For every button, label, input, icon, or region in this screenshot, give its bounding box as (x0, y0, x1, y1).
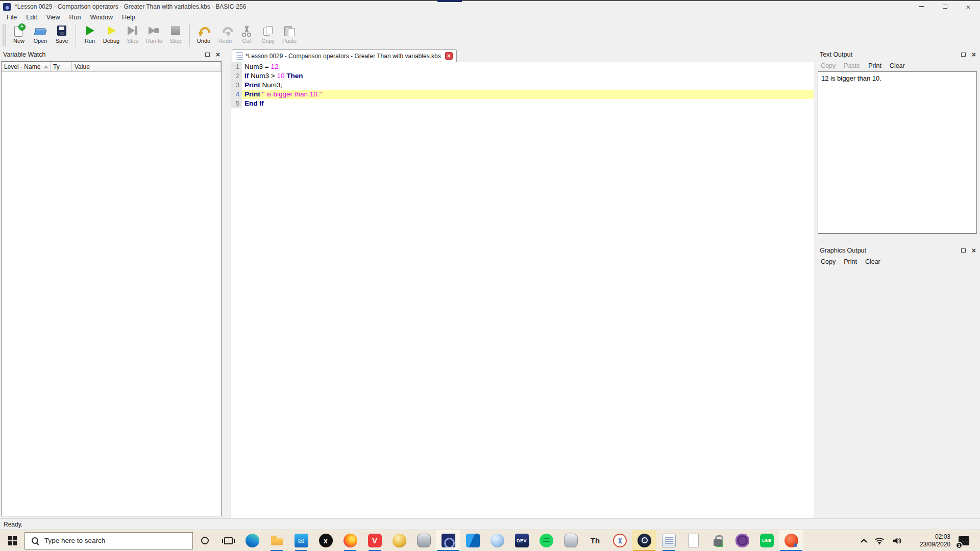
float-panel-icon[interactable] (961, 248, 966, 253)
graphics-output-print-button[interactable]: Print (844, 258, 857, 265)
float-panel-icon[interactable] (205, 53, 210, 57)
code-line-4: 4Print " is bigger than 10." (231, 90, 814, 99)
window-title: *Lesson 0029 - Comparison operators - Gr… (15, 3, 246, 10)
taskbar-app-basic256[interactable] (436, 530, 460, 551)
menu-view[interactable]: View (42, 13, 65, 22)
spotify-icon (540, 534, 553, 547)
taskbar-app-screen-recorder[interactable] (779, 530, 803, 551)
taskbar-app-spotify[interactable] (534, 530, 558, 551)
redo-button[interactable]: Redo (215, 24, 235, 44)
close-panel-icon[interactable]: × (216, 52, 220, 58)
text-output-paste-button[interactable]: Paste (844, 62, 860, 69)
taskbar-app-database-2[interactable] (558, 530, 583, 551)
menu-help[interactable]: Help (117, 13, 140, 22)
taskbar-app-firefox[interactable] (338, 530, 362, 551)
wifi-button[interactable] (871, 530, 888, 551)
right-dock-area: Text Output × CopyPastePrintClear 12 is … (817, 49, 979, 518)
watch-column-value[interactable]: Value (72, 62, 221, 71)
column-label: Ty (53, 63, 60, 70)
volume-button[interactable] (888, 530, 905, 551)
paste-button[interactable]: Paste (279, 24, 300, 44)
menu-file[interactable]: File (2, 13, 21, 22)
left-splitter[interactable] (223, 49, 231, 518)
new-button[interactable]: New (9, 24, 29, 44)
close-panel-icon[interactable]: × (972, 52, 976, 58)
taskbar-app-edge[interactable] (240, 530, 264, 551)
runto-button[interactable]: Run to (144, 24, 164, 44)
taskbar-app-vpn-lock[interactable] (705, 530, 730, 551)
action-center-button[interactable]: 1 (951, 530, 976, 551)
graphics-output-toolbar: CopyPrintClear (817, 256, 979, 266)
taskbar-app-mail[interactable]: ✉ (289, 530, 313, 551)
taskbar-app-database-server[interactable] (411, 530, 436, 551)
golden-mascot-icon (393, 534, 406, 547)
taskbar-app-file-explorer[interactable] (264, 530, 289, 551)
line-number: 1 (231, 62, 242, 71)
graphics-output-copy-button[interactable]: Copy (821, 258, 836, 265)
notification-badge: 1 (955, 542, 963, 549)
tray-overflow-button[interactable] (856, 530, 871, 551)
editor-tab[interactable]: *Lesson 0029 - Comparison operators - Gr… (232, 49, 457, 62)
step-button[interactable]: Step (122, 24, 143, 44)
restore-button[interactable] (933, 1, 957, 12)
menu-edit[interactable]: Edit (21, 13, 42, 22)
text-output-print-button[interactable]: Print (868, 62, 881, 69)
taskbar-app-golden-mascot[interactable] (387, 530, 411, 551)
cortana-button[interactable] (193, 530, 216, 551)
database-server-icon (417, 534, 431, 547)
taskbar-app-notepad[interactable] (656, 530, 681, 551)
taskbar-app-line-app[interactable]: LINE (754, 530, 779, 551)
toolbar-separator (189, 24, 190, 47)
taskbar-app-document[interactable] (681, 530, 705, 551)
save-button[interactable]: Save (52, 24, 72, 44)
close-panel-icon[interactable]: × (972, 247, 976, 254)
text-output-content: 12 is bigger than 10. (818, 71, 977, 234)
undo-button[interactable]: Undo (193, 24, 214, 44)
toolbar-grip[interactable] (2, 24, 6, 46)
text-output-clear-button[interactable]: Clear (890, 62, 905, 69)
line-app-icon: LINE (760, 534, 774, 547)
copy-button[interactable]: Copy (258, 24, 278, 44)
watch-column-ty[interactable]: Ty (51, 62, 72, 71)
toolbar-label: Run (80, 38, 100, 44)
clock[interactable]: 02:03 23/09/2020 (905, 530, 951, 551)
taskbar-app-blue-mascot[interactable] (485, 530, 509, 551)
tab-close-button[interactable]: × (445, 52, 453, 60)
start-button[interactable] (0, 530, 24, 551)
taskbar-app-vscode[interactable] (460, 530, 485, 551)
menu-run[interactable]: Run (65, 13, 86, 22)
float-panel-icon[interactable] (961, 53, 966, 57)
title-bar: *Lesson 0029 - Comparison operators - Gr… (0, 1, 980, 12)
run-button[interactable]: Run (80, 24, 100, 44)
watch-column-level-name[interactable]: Level - Name (2, 62, 51, 71)
xbox-icon: x (319, 534, 333, 547)
close-button[interactable]: × (957, 1, 980, 12)
taskbar-app-dev-cpp[interactable]: DEV (509, 530, 534, 551)
stop-button[interactable]: Stop (165, 24, 186, 44)
toolbar-label: Paste (279, 38, 300, 44)
taskbar-app-xbox[interactable]: x (313, 530, 338, 551)
search-placeholder: Type here to search (44, 537, 105, 544)
code-editor[interactable]: 1Num3 = 122If Num3 > 10 Then3Print Num3;… (231, 62, 814, 518)
variable-watch-panel: Variable Watch × Level - NameTyValue (0, 49, 223, 518)
text-output-copy-button[interactable]: Copy (821, 62, 836, 69)
text-output-header: Text Output × (817, 49, 979, 60)
variable-watch-table: Level - NameTyValue (1, 61, 222, 516)
minimize-button[interactable] (910, 1, 933, 12)
taskbar-search-input[interactable]: Type here to search (24, 532, 193, 549)
save-icon (55, 24, 68, 37)
taskbar-app-tor-browser[interactable] (730, 530, 754, 551)
document-icon (236, 52, 242, 60)
taskbar-app-thonny[interactable]: Th (583, 530, 607, 551)
menu-window[interactable]: Window (86, 13, 117, 22)
cut-button[interactable]: Cut (236, 24, 257, 44)
debug-button[interactable]: Debug (101, 24, 121, 44)
task-view-button[interactable] (216, 530, 240, 551)
blue-mascot-icon (491, 534, 504, 547)
taskbar-app-vivaldi[interactable]: V (362, 530, 387, 551)
graphics-output-clear-button[interactable]: Clear (865, 258, 880, 265)
taskbar-app-steam[interactable] (632, 530, 656, 551)
taskbar-app-snip-sketch[interactable] (607, 530, 632, 551)
stop-icon (169, 24, 182, 37)
open-button[interactable]: Open (30, 24, 51, 44)
